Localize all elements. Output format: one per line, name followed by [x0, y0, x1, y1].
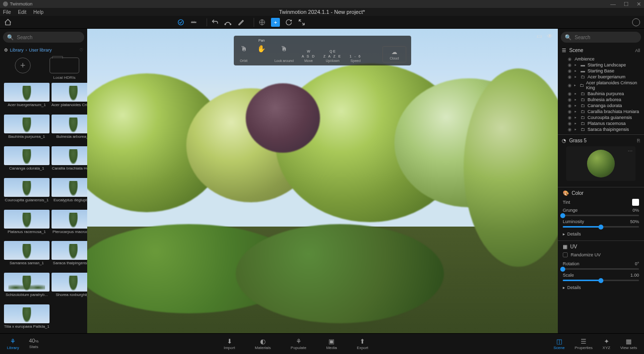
scene-item[interactable]: ◉▸▬Starting Landscape — [558, 62, 644, 68]
scene-search-input[interactable] — [575, 35, 638, 40]
expand-arrow[interactable]: ▸ — [575, 127, 579, 131]
rotation-slider[interactable] — [563, 268, 639, 270]
tab-xyz[interactable]: ✦XYZ — [602, 338, 610, 350]
luminosity-slider[interactable] — [563, 226, 639, 228]
expand-arrow[interactable]: ▸ — [575, 63, 579, 67]
scene-item[interactable]: ◉▸🗀Bauhinia purpurea — [558, 91, 644, 97]
scene-item[interactable]: ◉▸🗀Acer platanoides Crimson King — [558, 80, 644, 91]
thumbnail-item[interactable]: Platanus racemosa_1 — [4, 210, 50, 238]
tab-media[interactable]: ▣Media — [326, 338, 337, 350]
tab-materials[interactable]: ◐Materials — [255, 338, 270, 350]
thumbnail-item[interactable]: Pterocarpus macrocar... — [52, 210, 87, 238]
scene-search[interactable]: 🔍 — [561, 32, 641, 43]
thumbnail-item[interactable]: Samanea saman_1 — [4, 241, 50, 270]
visibility-icon[interactable]: ◉ — [568, 74, 573, 79]
breadcrumb-current[interactable]: User library — [29, 48, 52, 53]
color-details-toggle[interactable]: ▸Details — [563, 231, 639, 237]
tab-import[interactable]: ⬇Import — [224, 338, 235, 350]
select-tool[interactable] — [177, 18, 185, 26]
visibility-icon[interactable]: ◉ — [568, 68, 573, 73]
expand-arrow[interactable]: ▸ — [575, 92, 579, 96]
viewport-list-icon[interactable]: ▭ — [537, 33, 542, 40]
maximize-button[interactable]: ☐ — [624, 1, 629, 7]
expand-button[interactable] — [298, 18, 306, 26]
visibility-icon[interactable]: ◉ — [568, 91, 573, 96]
menu-edit[interactable]: Edit — [18, 9, 26, 15]
thumbnail-item[interactable]: Acer platanoides Crims... — [52, 83, 87, 112]
scene-item[interactable]: ◉▸🗀Couroupita guianensis — [558, 115, 644, 120]
search-input[interactable] — [17, 35, 80, 40]
visibility-icon[interactable]: ◉ — [568, 57, 573, 61]
undo-button[interactable] — [211, 18, 219, 26]
scene-filter-all[interactable]: All — [635, 48, 640, 53]
scene-item[interactable]: ◉▸🗀Bulnesia arborea — [558, 97, 644, 103]
thumbnail-item[interactable]: Schizolobium parahyb... — [4, 273, 50, 301]
uv-details-toggle[interactable]: ▸Details — [563, 284, 639, 291]
globe-tool[interactable] — [258, 18, 266, 26]
home-button[interactable] — [4, 18, 12, 26]
breadcrumb-root[interactable]: Library — [10, 48, 24, 53]
thumbnail-item[interactable]: Shorea roxburghii_1 — [52, 273, 87, 301]
tab-populate[interactable]: ⚘Populate — [291, 338, 307, 350]
thumbnail-item[interactable]: Bauhinia purpurea_1 — [4, 115, 50, 143]
visibility-icon[interactable]: ◉ — [568, 121, 573, 126]
scene-item[interactable]: ◉▸🗀Carallia brachiata Honiara — [558, 109, 644, 115]
tab-library[interactable]: ⚘ Library — [7, 338, 19, 350]
eyedropper-tool[interactable] — [237, 18, 245, 26]
menu-file[interactable]: File — [3, 9, 11, 15]
viewport[interactable]: ▭ 👁 🖱 Orbit Pan✋ 🖱 Look around WA S DMov… — [87, 29, 558, 333]
visibility-icon[interactable]: ◉ — [568, 103, 573, 108]
library-search[interactable]: 🔍 — [3, 32, 84, 43]
visibility-icon[interactable]: ◉ — [568, 127, 573, 132]
tab-viewsets[interactable]: ▦View sets — [620, 338, 637, 350]
visibility-icon[interactable]: ◉ — [568, 83, 572, 88]
thumbnail-item[interactable]: Cananga odorata_1 — [4, 146, 50, 175]
expand-arrow[interactable]: ▸ — [574, 83, 578, 87]
material-preview[interactable]: ⋯ — [566, 146, 636, 181]
visibility-icon[interactable]: ◉ — [568, 62, 573, 67]
preview-menu[interactable]: ⋯ — [628, 148, 633, 154]
copy-icon[interactable]: ⎘ — [637, 138, 640, 143]
scene-item[interactable]: ◉▸🗀Acer buergerianum — [558, 74, 644, 80]
scene-item[interactable]: ◉▸🗀Cananga odorata — [558, 103, 644, 109]
add-item-button[interactable]: + — [15, 58, 31, 73]
thumbnail-item[interactable]: Carallia brachiata Honi... — [52, 146, 87, 175]
expand-arrow[interactable]: ▸ — [575, 69, 579, 73]
local-hdris-folder[interactable] — [50, 58, 79, 73]
hamburger-icon[interactable]: ☰ — [562, 48, 566, 53]
close-button[interactable]: ✕ — [637, 1, 641, 7]
scene-item[interactable]: ◉▸🗀Saraca thaipingensis — [558, 126, 644, 132]
randomize-uv-checkbox[interactable] — [563, 252, 568, 257]
cloud-button[interactable]: ☁ Cloud — [382, 46, 406, 62]
tab-stats[interactable]: 40% Stats — [29, 338, 38, 350]
thumbnail-item[interactable]: Couroupita guianensis_1 — [4, 178, 50, 207]
visibility-icon[interactable]: ◉ — [568, 115, 573, 120]
thumbnail-item[interactable]: Bulnesia arborea_1 — [52, 115, 87, 143]
user-icon[interactable] — [632, 18, 640, 26]
grunge-slider[interactable] — [563, 215, 639, 216]
thumbnail-item[interactable]: Saraca thaipingensis_1 — [52, 241, 87, 270]
expand-arrow[interactable]: ▸ — [575, 75, 579, 79]
expand-arrow[interactable]: ▸ — [575, 104, 579, 108]
tab-export[interactable]: ⬆Export — [357, 338, 368, 350]
expand-arrow[interactable]: ▸ — [575, 110, 579, 114]
expand-arrow[interactable]: ▸ — [575, 116, 579, 119]
expand-arrow[interactable]: ▸ — [575, 121, 579, 125]
tab-scene[interactable]: ◫Scene — [553, 338, 565, 350]
visibility-icon[interactable]: ◉ — [568, 109, 573, 114]
thumbnail-item[interactable]: Acer buergerianum_1 — [4, 83, 50, 112]
favorite-icon[interactable]: ♡ — [79, 48, 83, 53]
tint-swatch[interactable] — [632, 199, 639, 206]
menu-help[interactable]: Help — [33, 9, 44, 15]
viewport-visibility-icon[interactable]: 👁 — [547, 33, 553, 40]
expand-arrow[interactable]: ▸ — [575, 98, 579, 102]
thumbnail-item[interactable]: Tilia x europaea Pallida_1 — [4, 304, 50, 333]
scene-ambience[interactable]: ◉ Ambience — [558, 56, 644, 62]
scene-item[interactable]: ◉▸🗀Platanus racemosa — [558, 120, 644, 126]
add-button[interactable]: + — [271, 18, 280, 27]
tab-properties[interactable]: ☰Properties — [575, 338, 592, 350]
path-tool[interactable] — [224, 18, 232, 26]
scale-slider[interactable] — [563, 280, 639, 281]
refresh-button[interactable] — [285, 18, 293, 26]
scene-item[interactable]: ◉▸▬Starting Base — [558, 68, 644, 74]
